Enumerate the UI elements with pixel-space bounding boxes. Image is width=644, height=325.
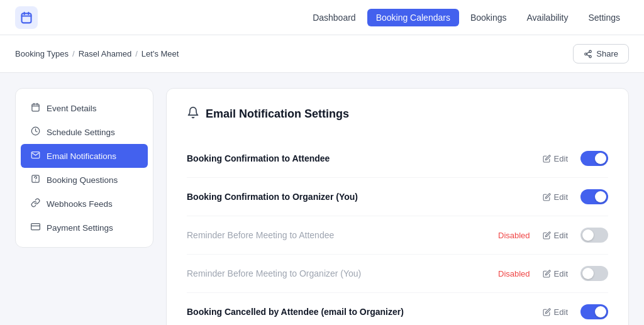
nav-availability[interactable]: Availability — [518, 9, 577, 26]
breadcrumb-lets-meet[interactable]: Let's Meet — [142, 49, 179, 58]
main-layout: Event Details Schedule Settings Email No… — [0, 73, 644, 325]
edit-label-2: Edit — [554, 231, 568, 240]
edit-button-0[interactable]: Edit — [538, 151, 573, 166]
toggle-1[interactable] — [580, 189, 608, 204]
toggle-0[interactable] — [580, 151, 608, 166]
nav-dashboard[interactable]: Dashboard — [304, 9, 365, 26]
main-content: Email Notification Settings Booking Conf… — [166, 88, 629, 325]
notif-row-reminder-before-organizer: Reminder Before Meeting to Organizer (Yo… — [187, 255, 608, 293]
breadcrumb-sep-2: / — [135, 49, 138, 58]
notif-row-booking-confirmation-attendee: Booking Confirmation to Attendee Edit — [187, 140, 608, 178]
breadcrumb-rasel-ahamed[interactable]: Rasel Ahamed — [79, 49, 132, 58]
share-button[interactable]: Share — [573, 44, 629, 63]
edit-label-4: Edit — [554, 307, 568, 317]
sidebar-label-webhooks-feeds: Webhooks Feeds — [47, 199, 113, 209]
top-navigation: Dashboard Booking Calendars Bookings Ava… — [0, 0, 644, 35]
email-notifications-icon — [31, 150, 40, 162]
breadcrumb: Booking Types / Rasel Ahamed / Let's Mee… — [15, 49, 179, 58]
sidebar-label-event-details: Event Details — [47, 104, 97, 113]
edit-label-3: Edit — [554, 269, 568, 278]
pencil-icon-4 — [543, 308, 551, 316]
notif-actions-4: Edit — [538, 304, 608, 319]
payment-settings-icon — [31, 222, 40, 233]
bell-icon — [187, 106, 199, 122]
notif-actions-3: Disabled Edit — [498, 266, 608, 281]
sidebar-item-webhooks-feeds[interactable]: Webhooks Feeds — [21, 192, 148, 216]
notif-row-booking-confirmation-organizer: Booking Confirmation to Organizer (You) … — [187, 178, 608, 216]
disabled-badge-3: Disabled — [498, 269, 530, 278]
svg-rect-16 — [31, 224, 40, 230]
breadcrumb-sep-1: / — [72, 49, 75, 58]
notif-row-reminder-before-attendee: Reminder Before Meeting to Attendee Disa… — [187, 216, 608, 255]
sidebar-label-booking-questions: Booking Questions — [47, 175, 118, 185]
sidebar-item-email-notifications[interactable]: Email Notifications — [21, 144, 148, 168]
share-label: Share — [596, 49, 618, 58]
content-title: Email Notification Settings — [187, 106, 608, 122]
nav-links: Dashboard Booking Calendars Bookings Ava… — [304, 9, 629, 26]
notif-actions-2: Disabled Edit — [498, 228, 608, 243]
notif-label-4: Booking Cancelled by Attendee (email to … — [187, 307, 538, 317]
notif-actions-1: Edit — [538, 189, 608, 204]
sidebar-label-payment-settings: Payment Settings — [47, 223, 113, 233]
notif-row-booking-cancelled-attendee: Booking Cancelled by Attendee (email to … — [187, 293, 608, 325]
breadcrumb-bar: Booking Types / Rasel Ahamed / Let's Mee… — [0, 35, 644, 73]
sidebar-item-schedule-settings[interactable]: Schedule Settings — [21, 120, 148, 144]
breadcrumb-booking-types[interactable]: Booking Types — [15, 49, 69, 58]
notif-label-1: Booking Confirmation to Organizer (You) — [187, 192, 538, 202]
sidebar-item-booking-questions[interactable]: Booking Questions — [21, 168, 148, 192]
content-title-text: Email Notification Settings — [206, 107, 349, 121]
edit-button-2[interactable]: Edit — [538, 228, 573, 243]
edit-label-0: Edit — [554, 154, 568, 163]
edit-button-3[interactable]: Edit — [538, 267, 573, 281]
svg-rect-0 — [22, 13, 31, 23]
webhooks-feeds-icon — [31, 198, 40, 209]
notif-actions-0: Edit — [538, 151, 608, 166]
svg-line-7 — [587, 54, 589, 55]
edit-label-1: Edit — [554, 192, 568, 202]
booking-questions-icon — [31, 174, 40, 185]
app-logo[interactable] — [15, 6, 38, 29]
share-icon — [584, 50, 592, 58]
sidebar-label-schedule-settings: Schedule Settings — [47, 128, 115, 137]
sidebar-item-event-details[interactable]: Event Details — [21, 96, 148, 120]
nav-bookings[interactable]: Bookings — [462, 9, 516, 26]
pencil-icon-2 — [543, 231, 551, 240]
svg-line-8 — [587, 52, 589, 53]
pencil-icon-0 — [543, 155, 551, 163]
sidebar-label-email-notifications: Email Notifications — [47, 151, 116, 161]
toggle-4[interactable] — [580, 304, 608, 319]
schedule-settings-icon — [31, 126, 40, 138]
edit-button-4[interactable]: Edit — [538, 305, 573, 319]
sidebar-item-payment-settings[interactable]: Payment Settings — [21, 216, 148, 240]
sidebar: Event Details Schedule Settings Email No… — [15, 88, 153, 248]
nav-settings[interactable]: Settings — [579, 9, 629, 26]
toggle-2[interactable] — [580, 228, 608, 243]
event-details-icon — [31, 102, 40, 114]
toggle-3[interactable] — [580, 266, 608, 281]
notif-label-2: Reminder Before Meeting to Attendee — [187, 230, 498, 240]
edit-button-1[interactable]: Edit — [538, 190, 573, 204]
svg-rect-9 — [32, 104, 39, 111]
nav-booking-calendars[interactable]: Booking Calendars — [367, 9, 459, 26]
disabled-badge-2: Disabled — [498, 231, 530, 240]
notif-label-0: Booking Confirmation to Attendee — [187, 153, 538, 163]
notif-label-3: Reminder Before Meeting to Organizer (Yo… — [187, 268, 498, 278]
pencil-icon-1 — [543, 193, 551, 201]
pencil-icon-3 — [543, 270, 551, 278]
